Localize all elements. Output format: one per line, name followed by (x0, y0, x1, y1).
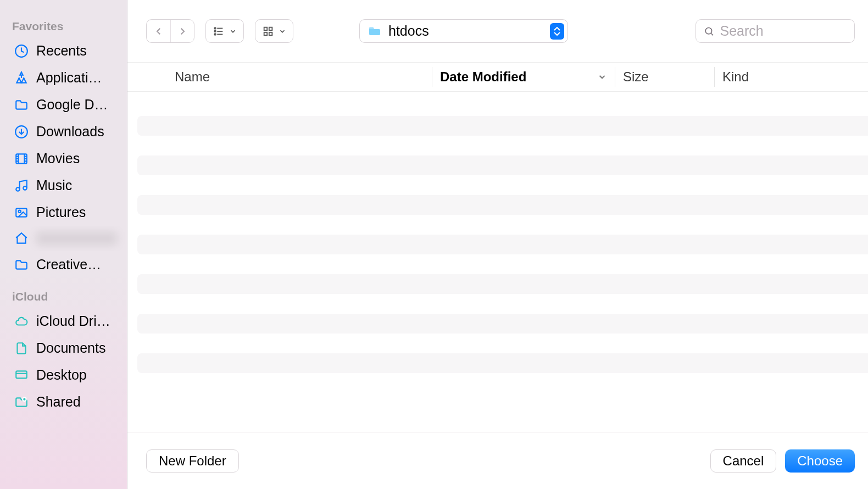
film-icon (14, 152, 29, 166)
sidebar-section-title-icloud: iCloud (0, 286, 127, 308)
sidebar-item-label: Downloads (36, 124, 117, 140)
svg-rect-13 (269, 27, 272, 30)
folder-icon (14, 258, 29, 272)
svg-rect-7 (16, 371, 27, 378)
chevron-down-icon (597, 72, 607, 82)
main: htdocs Name Date Modified Size Kind (127, 0, 868, 489)
svg-rect-12 (264, 27, 268, 30)
sidebar-item-music[interactable]: Music (0, 172, 127, 199)
sidebar-item-google-drive[interactable]: Google D… (0, 91, 127, 118)
col-header-date-label: Date Modified (440, 69, 526, 85)
col-header-kind[interactable]: Kind (715, 69, 749, 85)
chevron-left-icon (154, 26, 164, 36)
apps-icon (14, 71, 29, 85)
choose-button[interactable]: Choose (785, 449, 855, 473)
sidebar-item-shared[interactable]: Shared (0, 388, 127, 415)
file-row-placeholder (137, 235, 868, 254)
sidebar-item-documents[interactable]: Documents (0, 335, 127, 362)
sidebar-item-label: iCloud Dri… (36, 313, 117, 329)
file-row-placeholder (137, 353, 868, 373)
chevron-right-icon (177, 26, 187, 36)
home-icon (14, 231, 29, 246)
doc-icon (14, 341, 29, 355)
folder-popup-stepper-icon (550, 23, 564, 40)
svg-point-9 (214, 27, 216, 29)
arrange-mode-button[interactable] (255, 19, 293, 43)
svg-rect-14 (264, 32, 268, 35)
cancel-button[interactable]: Cancel (710, 449, 777, 473)
forward-button[interactable] (170, 20, 194, 42)
sidebar-item-movies[interactable]: Movies (0, 145, 127, 172)
sidebar-item-pictures[interactable]: Pictures (0, 199, 127, 226)
svg-rect-15 (269, 32, 272, 35)
file-row-placeholder (137, 195, 868, 215)
new-folder-button[interactable]: New Folder (146, 449, 239, 473)
sidebar-item-label: Google D… (36, 97, 117, 113)
sidebar-item-label: Recents (36, 43, 117, 59)
svg-point-10 (214, 30, 216, 32)
svg-point-8 (23, 397, 26, 401)
file-row-placeholder (137, 116, 868, 136)
svg-rect-5 (16, 208, 27, 216)
shared-icon (14, 395, 29, 409)
sidebar-item-recents[interactable]: Recents (0, 37, 127, 64)
sidebar: Favorites Recents Applicati… Google D… D… (0, 0, 127, 489)
svg-point-3 (16, 187, 20, 191)
clock-icon (14, 44, 29, 58)
search-icon (704, 25, 715, 37)
current-folder-popup[interactable]: htdocs (359, 19, 568, 43)
chevron-down-icon (229, 27, 237, 35)
col-header-size[interactable]: Size (615, 69, 714, 85)
chevron-down-icon (279, 27, 286, 35)
file-list[interactable] (127, 92, 868, 432)
sidebar-item-label: Creative… (36, 257, 117, 273)
search-box[interactable] (695, 19, 855, 43)
current-folder-label: htdocs (388, 23, 543, 39)
sidebar-item-label: Desktop (36, 367, 117, 383)
bottom-bar: New Folder Cancel Choose (127, 432, 868, 489)
svg-point-4 (23, 186, 27, 190)
column-header: Name Date Modified Size Kind (127, 62, 868, 92)
sidebar-item-label: Pictures (36, 204, 117, 220)
view-mode-button[interactable] (205, 19, 244, 43)
grid-icon (262, 25, 274, 37)
folder-icon (366, 25, 382, 38)
sidebar-item-label: Movies (36, 151, 117, 166)
file-row-placeholder (137, 274, 868, 294)
sidebar-item-label-redacted (36, 232, 117, 245)
back-button[interactable] (147, 20, 170, 42)
toolbar: htdocs (127, 0, 868, 62)
col-header-name[interactable]: Name (175, 69, 432, 85)
folder-icon (14, 98, 29, 112)
download-icon (14, 125, 29, 139)
search-input[interactable] (720, 23, 847, 39)
svg-point-6 (19, 210, 21, 212)
sidebar-item-icloud-drive[interactable]: iCloud Dri… (0, 308, 127, 335)
svg-point-11 (214, 34, 216, 35)
list-icon (213, 25, 225, 37)
sidebar-item-label: Applicati… (36, 70, 117, 86)
sidebar-item-desktop[interactable]: Desktop (0, 362, 127, 388)
svg-point-16 (705, 27, 711, 34)
sidebar-section-title-favorites: Favorites (0, 15, 127, 37)
desktop-icon (14, 368, 29, 382)
sidebar-item-label: Documents (36, 340, 117, 356)
image-icon (14, 205, 29, 220)
sidebar-item-label: Music (36, 177, 117, 193)
sidebar-item-label: Shared (36, 394, 117, 410)
sidebar-item-applications[interactable]: Applicati… (0, 64, 127, 91)
sidebar-item-home[interactable] (0, 226, 127, 251)
cloud-icon (14, 314, 29, 329)
music-icon (14, 179, 29, 193)
col-header-date[interactable]: Date Modified (432, 69, 615, 85)
sidebar-item-creative[interactable]: Creative… (0, 251, 127, 278)
file-row-placeholder (137, 155, 868, 175)
file-row-placeholder (137, 314, 868, 334)
nav-back-forward (146, 19, 194, 43)
sidebar-item-downloads[interactable]: Downloads (0, 118, 127, 145)
